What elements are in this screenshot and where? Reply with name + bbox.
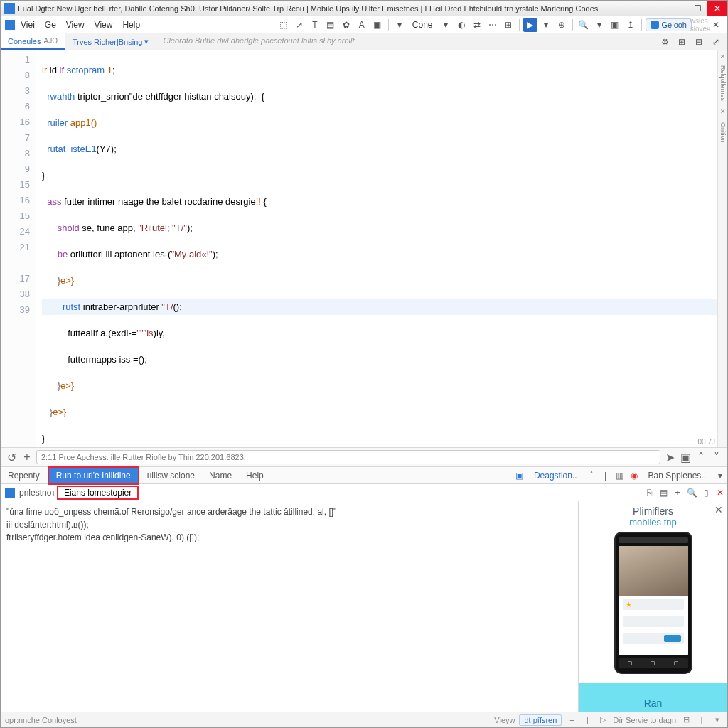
toolbar-icon[interactable]: ◐	[454, 18, 469, 32]
status-add-icon[interactable]: +	[566, 714, 577, 726]
down-icon[interactable]: ˅	[710, 451, 723, 464]
status-more-icon[interactable]: ▾	[712, 714, 723, 726]
panel-icon[interactable]: ▣	[679, 451, 692, 464]
tab-pill: AJO	[43, 37, 57, 45]
toolbar-icon[interactable]: ↗	[292, 18, 306, 32]
go-icon[interactable]: ➤	[663, 451, 676, 464]
toolbar-icon[interactable]: ⬚	[277, 18, 291, 32]
toolbar-icon[interactable]: ▤	[323, 18, 338, 32]
emulator-close-icon[interactable]: ✕	[714, 504, 723, 515]
up-icon[interactable]: ˄	[695, 451, 707, 464]
toolbar-icon[interactable]: ↥	[623, 18, 638, 32]
panel-tab-scene[interactable]: нllisw sclone	[140, 468, 202, 483]
toolbar-combo[interactable]: Cone	[408, 18, 437, 31]
minimize-button[interactable]: —	[668, 1, 687, 16]
copy-icon[interactable]: ⎘	[642, 486, 656, 500]
search-bar: ↺ + ➤ ▣ ˄ ˅	[1, 447, 727, 467]
ban-icon[interactable]: ◉	[627, 469, 641, 483]
menu-item-view3[interactable]: View	[90, 18, 117, 31]
toolbar-icon[interactable]: ⊕	[555, 18, 569, 32]
add-icon[interactable]: +	[21, 451, 33, 464]
toolbar-icon[interactable]: ⇄	[470, 18, 484, 32]
status-sep: |	[582, 714, 593, 726]
history-icon[interactable]: ↺	[5, 451, 18, 464]
toolbar-dropdown[interactable]: ▾	[592, 18, 606, 32]
close-tab-icon[interactable]: ✕	[709, 18, 723, 32]
emulator-status: Ran	[644, 697, 663, 709]
rail-item[interactable]: ✕	[719, 108, 727, 115]
dropdown-icon[interactable]: ▾	[713, 469, 727, 483]
toolbar-dropdown[interactable]: ▾	[539, 18, 553, 32]
status-left: opr:nnche Conloyest	[5, 716, 77, 724]
toolbar-icon[interactable]: A	[355, 18, 369, 32]
panel-ban-label[interactable]: Ban Sppienes..	[641, 468, 713, 483]
layout-icon[interactable]: ▤	[656, 486, 670, 500]
menu-item-view2[interactable]: View	[62, 18, 89, 31]
toolbar-icon[interactable]: ⊞	[501, 18, 515, 32]
tab-trves-richer[interactable]: Trves Richer|Bnsing ▾	[65, 33, 156, 50]
chart-icon[interactable]: ▥	[613, 469, 627, 483]
status-serve-label[interactable]: Dïr Servie to dagn	[613, 716, 676, 724]
search-input[interactable]	[36, 450, 660, 464]
titlebar: Fual Dgter New Uger belErter, Dahlle Cot…	[1, 1, 727, 16]
phone-navbar	[619, 658, 688, 668]
rail-item[interactable]: x	[719, 55, 727, 58]
toolbar-icon-active[interactable]: ▶	[523, 18, 537, 32]
panel-tab-name[interactable]: Name	[202, 468, 239, 483]
layout-icon[interactable]: ⊞	[675, 35, 689, 49]
phone-row-button[interactable]	[664, 635, 681, 642]
toolbar-icon[interactable]: ▣	[608, 18, 622, 32]
panel-tab-help[interactable]: Help	[239, 468, 271, 483]
code-editor[interactable]: 1836167891516152421173839 ir id if sctop…	[1, 50, 717, 447]
split-icon[interactable]: ▯	[699, 486, 713, 500]
gear-icon[interactable]: ⚙	[658, 35, 672, 49]
panel-tab-repenty[interactable]: Repenty	[1, 468, 47, 483]
menu-app-icon	[5, 20, 15, 30]
phone-row[interactable]	[623, 616, 684, 627]
geolook-badge[interactable]: Gelooh	[646, 18, 692, 31]
menu-item-help[interactable]: Help	[118, 18, 144, 31]
status-views-label[interactable]: Vieyw	[494, 716, 515, 724]
close-button[interactable]: ✕	[707, 1, 727, 16]
toolbar-icon[interactable]: T	[308, 18, 322, 32]
expand-icon[interactable]: ⤢	[709, 35, 723, 49]
emulator-title: Plimiflers	[633, 505, 673, 517]
add-icon[interactable]: +	[670, 486, 685, 500]
status-play-icon[interactable]: ▷	[597, 714, 609, 726]
emulator-panel: ✕ Plimiflers mobiles tnp ★ Ran	[578, 501, 727, 712]
toolbar-icon[interactable]: ▣	[370, 18, 385, 32]
tab-link-label2: Bnsing	[119, 38, 143, 46]
rail-item[interactable]: Onition	[719, 122, 727, 143]
phone-row[interactable]: ★	[623, 599, 684, 610]
scroll-position: 00 7J	[698, 438, 715, 446]
menu-item-ge[interactable]: Ge	[41, 18, 60, 31]
toolbar-dropdown[interactable]: ▾	[392, 18, 407, 32]
phone-screen[interactable]: ★	[619, 546, 688, 655]
toolbar-icon[interactable]: ⋯	[486, 18, 500, 32]
chevron-icon[interactable]: ˄	[584, 469, 599, 483]
status-dt-button[interactable]: dt pífsren	[519, 714, 562, 726]
panel-debug-label[interactable]: Deagstion..	[527, 468, 584, 483]
close-icon[interactable]: ✕	[713, 486, 727, 500]
search-icon[interactable]: 🔍	[577, 18, 591, 32]
code-text[interactable]: ir id if sctopram 1; rwahth triptor_srri…	[36, 50, 717, 447]
toolbar-icon[interactable]: ✿	[339, 18, 353, 32]
status-step-icon[interactable]: ⊟	[680, 714, 692, 726]
sep-icon: |	[599, 469, 613, 483]
search-icon[interactable]: 🔍	[685, 486, 699, 500]
subpanel-highlight[interactable]: Eians lomestopier	[57, 486, 139, 500]
phone-frame: ★	[614, 532, 692, 674]
layout-icon[interactable]: ⊟	[692, 35, 706, 49]
toolbar-dropdown[interactable]: ▾	[439, 18, 453, 32]
console-line: iil deslânter:html).в());	[6, 518, 572, 531]
menu-item-view1[interactable]: Viei	[16, 18, 39, 31]
debug-icon[interactable]: ▣	[513, 469, 527, 483]
rail-item[interactable]: Relqollernes	[719, 65, 727, 101]
console-output[interactable]: "únа fime uоб_onpess chemã.of Reronsigo/…	[1, 501, 578, 712]
console-line: "únа fime uоб_onpess chemã.of Reronsigo/…	[6, 505, 572, 518]
maximize-button[interactable]: ☐	[687, 1, 707, 16]
tab-consules[interactable]: Coneules AJO	[1, 33, 65, 50]
panel-tab-run[interactable]: Run to url'e Inilidine	[48, 466, 139, 485]
line-gutter: 1836167891516152421173839	[1, 50, 36, 447]
phone-row[interactable]	[623, 633, 684, 644]
